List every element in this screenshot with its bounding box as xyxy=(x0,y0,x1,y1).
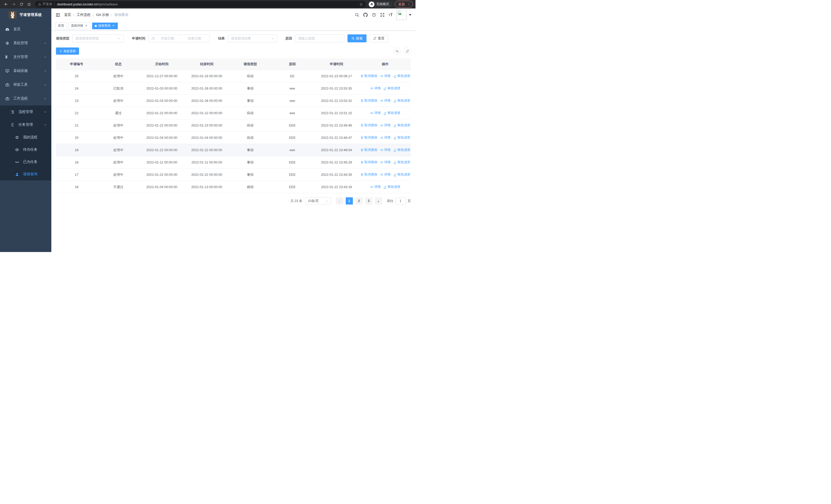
fullscreen-icon[interactable] xyxy=(380,12,385,17)
progress-link[interactable]: 审批进度 xyxy=(394,136,410,140)
goto-page-input[interactable] xyxy=(395,198,406,205)
browser-menu-dots-icon[interactable] xyxy=(407,3,411,6)
cancel-leave-link[interactable]: 取消请假 xyxy=(360,148,377,152)
cancel-leave-link[interactable]: 取消请假 xyxy=(360,123,377,127)
search-button[interactable]: 搜索 xyxy=(347,34,367,42)
page-button-1[interactable]: 1 xyxy=(346,197,353,205)
tab-process-detail[interactable]: 流程详情 × xyxy=(68,23,91,29)
sidebar-item-leave-query[interactable]: 请假查询 xyxy=(0,168,51,180)
cancel-leave-link[interactable]: 取消请假 xyxy=(360,160,377,165)
security-label[interactable]: 不安全 xyxy=(42,2,52,6)
avatar[interactable] xyxy=(397,10,407,20)
progress-link[interactable]: 审批进度 xyxy=(394,74,410,78)
sidebar-item-task-management[interactable]: 任务管理 xyxy=(0,118,51,131)
page-button-2[interactable]: 2 xyxy=(355,197,363,205)
sidebar-item-home[interactable]: 首页 xyxy=(0,22,51,36)
close-icon[interactable]: × xyxy=(84,24,88,28)
sidebar-item-process-management[interactable]: 流程管理 xyxy=(0,106,51,118)
detail-link[interactable]: 详情 xyxy=(380,123,391,127)
detail-link[interactable]: 详情 xyxy=(380,148,391,152)
sidebar-item-todo-tasks[interactable]: 待办任务 xyxy=(0,144,51,156)
table-search-toggle-icon[interactable] xyxy=(394,48,401,55)
reset-button[interactable]: 重置 xyxy=(370,34,388,42)
cancel-leave-link[interactable]: 取消请假 xyxy=(360,173,377,177)
breadcrumb-home[interactable]: 首页 xyxy=(64,12,71,17)
apply-time-range-picker[interactable]: 开始日期 - 结束日期 xyxy=(148,34,210,42)
action-label: 详情 xyxy=(384,74,391,78)
action-label: 审批进度 xyxy=(398,160,410,165)
chevron-down-icon xyxy=(44,83,47,86)
sidebar-item-my-process[interactable]: 我的流程 xyxy=(0,131,51,144)
detail-link[interactable]: 详情 xyxy=(380,173,391,177)
page-button-3[interactable]: 3 xyxy=(365,197,372,205)
close-icon[interactable]: × xyxy=(112,24,115,28)
select-placeholder: 请选择请假类型 xyxy=(76,36,99,41)
font-size-icon[interactable]: TT xyxy=(389,13,393,17)
detail-link[interactable]: 详情 xyxy=(380,136,391,140)
chevron-down-icon xyxy=(44,69,47,72)
not-secure-warning-icon xyxy=(38,3,41,6)
update-label[interactable]: 更新 xyxy=(398,2,405,7)
sidebar-item-done-tasks[interactable]: 已办任务 xyxy=(0,156,51,168)
avatar-caret-icon[interactable] xyxy=(409,14,411,16)
github-icon[interactable] xyxy=(363,12,368,17)
table-body: 25处理中2021-12-27 00:00:002022-01-19 00:00… xyxy=(56,70,411,193)
detail-link[interactable]: 详情 xyxy=(380,98,391,103)
tab-home[interactable]: 首页 xyxy=(55,23,67,29)
start-date-placeholder[interactable]: 开始日期 xyxy=(155,36,180,41)
help-icon[interactable] xyxy=(372,12,376,17)
browser-back-icon[interactable] xyxy=(3,1,9,8)
sidebar-item-infrastructure[interactable]: 基础设施 xyxy=(0,64,51,78)
end-date-placeholder[interactable]: 结束日期 xyxy=(182,36,207,41)
progress-link[interactable]: 审批进度 xyxy=(394,160,410,165)
reason-input[interactable] xyxy=(295,34,344,42)
action-label: 详情 xyxy=(384,136,391,140)
detail-link[interactable]: 详情 xyxy=(380,74,391,78)
browser-home-icon[interactable] xyxy=(26,1,32,8)
browser-update-button[interactable]: 更新 xyxy=(395,1,413,8)
app-title: 芋道管理系统 xyxy=(20,12,42,17)
progress-link[interactable]: 审批进度 xyxy=(394,148,410,152)
sidebar-item-payment[interactable]: ¥ 支付管理 xyxy=(0,50,51,64)
tab-leave-query[interactable]: 请假查询 × xyxy=(92,23,118,29)
trash-icon xyxy=(360,148,364,152)
sidebar-collapse-icon[interactable] xyxy=(55,12,60,18)
prev-page-button[interactable]: ‹ xyxy=(336,197,343,205)
cancel-leave-link[interactable]: 取消请假 xyxy=(360,74,377,78)
leave-type-select[interactable]: 请选择请假类型 xyxy=(73,34,124,42)
progress-link[interactable]: 审批进度 xyxy=(394,123,410,127)
create-leave-button[interactable]: 发起请假 xyxy=(56,48,79,55)
breadcrumb-workflow[interactable]: 工作流程 xyxy=(77,12,91,17)
progress-link[interactable]: 审批进度 xyxy=(383,86,400,91)
column-header: 开始时间 xyxy=(139,62,184,66)
progress-link[interactable]: 审批进度 xyxy=(383,111,400,115)
cancel-leave-link[interactable]: 取消请假 xyxy=(360,98,377,103)
tags-view-bar: 首页 流程详情 × 请假查询 × xyxy=(51,21,416,31)
breadcrumb-oa-example[interactable]: OA 示例 xyxy=(96,12,109,17)
bookmark-star-icon[interactable] xyxy=(359,3,363,6)
app-logo-row[interactable]: 芋道管理系统 xyxy=(0,8,51,21)
progress-link[interactable]: 审批进度 xyxy=(394,173,410,177)
cancel-leave-link[interactable]: 取消请假 xyxy=(360,136,377,140)
action-label: 审批进度 xyxy=(388,111,400,115)
header-search-icon[interactable] xyxy=(355,12,359,17)
page-size-select[interactable]: 10条/页 xyxy=(306,197,331,205)
detail-link[interactable]: 详情 xyxy=(380,160,391,165)
action-label: 详情 xyxy=(374,111,381,115)
url-bar[interactable]: 不安全 dashboard.yudao.iocoder.cn/bpm/oa/le… xyxy=(35,1,366,7)
sidebar-item-system[interactable]: 系统管理 xyxy=(0,36,51,50)
sidebar-item-workflow[interactable]: 工作流程 xyxy=(0,92,51,106)
progress-link[interactable]: 审批进度 xyxy=(394,98,410,103)
table-refresh-icon[interactable] xyxy=(404,48,411,55)
detail-link[interactable]: 详情 xyxy=(370,185,381,189)
cell-id: 17 xyxy=(56,173,97,177)
detail-link[interactable]: 详情 xyxy=(370,86,381,91)
result-select[interactable]: 请选择流结果 xyxy=(228,34,277,42)
browser-reload-icon[interactable] xyxy=(18,1,25,8)
detail-link[interactable]: 详情 xyxy=(370,111,381,115)
progress-link[interactable]: 审批进度 xyxy=(383,185,400,189)
sidebar-item-dev-tools[interactable]: 研发工具 xyxy=(0,78,51,92)
browser-forward-icon[interactable] xyxy=(10,1,17,8)
next-page-button[interactable]: › xyxy=(375,197,382,205)
leave-table: 申请编号状态开始时间结束时间请假类型原因申请时间操作 25处理中2021-12-… xyxy=(56,58,411,193)
